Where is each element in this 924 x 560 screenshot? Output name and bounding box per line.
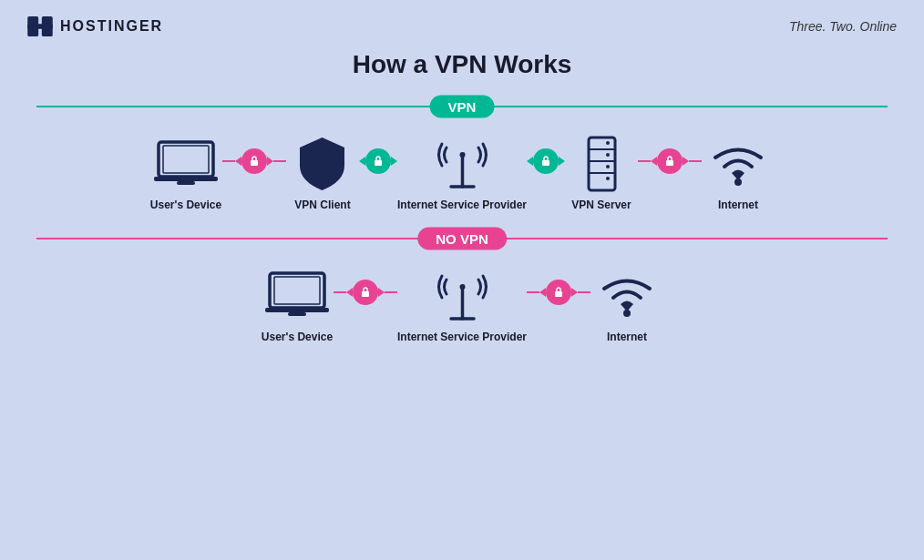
svg-rect-8 — [375, 160, 382, 166]
svg-rect-23 — [270, 273, 324, 308]
node-vpn-client: VPN Client — [286, 137, 359, 213]
svg-rect-2 — [27, 24, 53, 29]
svg-rect-24 — [274, 277, 320, 304]
shield-icon — [291, 137, 354, 191]
novpn-badge: NO VPN — [417, 227, 507, 249]
svg-point-18 — [606, 153, 610, 157]
svg-point-11 — [459, 152, 465, 158]
svg-rect-4 — [163, 146, 209, 173]
svg-point-22 — [734, 178, 742, 186]
svg-rect-21 — [666, 160, 673, 166]
node-vpn-server: VPN Server — [565, 137, 638, 213]
isp-novpn-label: Internet Service Provider — [397, 331, 527, 345]
svg-rect-26 — [288, 312, 306, 316]
internet-vpn-label: Internet — [718, 199, 758, 213]
server-icon — [570, 137, 633, 191]
novpn-divider: NO VPN — [36, 225, 888, 252]
logo: HOSTINGER — [27, 16, 163, 36]
wifi-icon-novpn — [595, 269, 659, 323]
svg-rect-27 — [362, 291, 369, 297]
hostinger-logo-icon — [27, 16, 53, 36]
vpn-server-label: VPN Server — [571, 199, 631, 213]
svg-rect-12 — [542, 160, 549, 166]
svg-point-32 — [623, 310, 631, 317]
svg-point-30 — [459, 284, 465, 290]
laptop-icon — [154, 137, 218, 191]
logo-text: HOSTINGER — [60, 18, 163, 35]
svg-rect-13 — [589, 137, 615, 190]
wifi-icon-vpn — [706, 137, 770, 191]
svg-rect-3 — [159, 142, 213, 177]
header: HOSTINGER Three. Two. Online — [0, 0, 924, 46]
laptop-icon-novpn — [265, 269, 329, 323]
internet-novpn-label: Internet — [607, 331, 647, 345]
svg-rect-25 — [265, 308, 329, 312]
tagline: Three. Two. Online — [789, 19, 897, 34]
svg-point-19 — [606, 165, 610, 168]
novpn-diagram-row: User's Device Internet Service Provider — [0, 252, 924, 350]
node-users-device-vpn: User's Device — [149, 137, 222, 213]
users-device-vpn-label: User's Device — [150, 199, 221, 213]
svg-rect-7 — [251, 160, 258, 166]
page-title: How a VPN Works — [0, 50, 924, 79]
vpn-client-label: VPN Client — [294, 199, 350, 213]
vpn-badge: VPN — [430, 96, 495, 118]
node-internet-vpn: Internet — [702, 137, 775, 213]
vpn-diagram-row: User's Device VPN Client — [0, 120, 924, 218]
svg-rect-5 — [154, 177, 218, 181]
users-device-novpn-label: User's Device — [262, 331, 333, 345]
node-internet-novpn: Internet — [590, 269, 663, 345]
svg-point-17 — [606, 141, 610, 145]
antenna-icon-novpn — [430, 269, 494, 323]
svg-point-20 — [606, 177, 610, 180]
svg-rect-31 — [555, 291, 562, 297]
node-users-device-novpn: User's Device — [261, 269, 334, 345]
node-isp-novpn: Internet Service Provider — [397, 269, 527, 345]
isp-vpn-label: Internet Service Provider — [397, 199, 527, 213]
vpn-divider: VPN — [36, 93, 888, 120]
node-isp-vpn: Internet Service Provider — [397, 137, 527, 213]
svg-rect-6 — [177, 181, 195, 185]
antenna-icon-vpn — [430, 137, 494, 191]
